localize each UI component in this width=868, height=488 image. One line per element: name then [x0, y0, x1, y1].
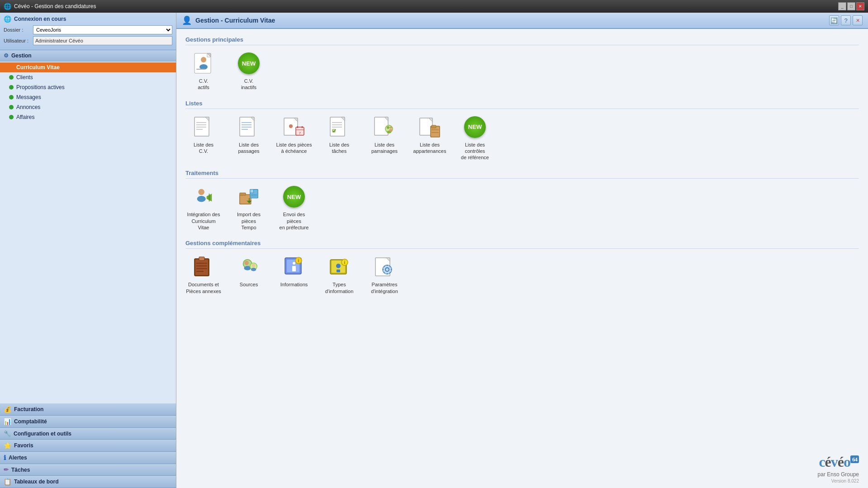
sources-icon-box [236, 254, 261, 280]
nav-alertes[interactable]: ℹ Alertes [0, 452, 176, 464]
svg-rect-33 [375, 117, 388, 135]
liste-taches-icon-box [327, 114, 352, 140]
nav-item-curriculum-vitae[interactable]: Curriculum Vitae [0, 62, 176, 72]
types-information-icon-box: i [327, 254, 352, 280]
dossier-label: Dossier : [4, 27, 33, 33]
liste-parrainages-icon-box [372, 114, 397, 140]
gestions-complementaires-title: Gestions complémentaires [185, 240, 859, 249]
nav-label-propositions: Propositions actives [16, 84, 65, 90]
liste-taches-item[interactable]: Liste destâches [321, 114, 357, 161]
svg-marker-53 [250, 190, 254, 193]
envoi-pieces-item[interactable]: NEW Envoi des piècesen préfecture [276, 184, 312, 231]
listes-icons: Liste desC.V. Liste despassages [185, 114, 859, 161]
parametres-integration-icon [374, 256, 395, 278]
tableaux-icon: 📋 [4, 478, 11, 485]
svg-point-73 [293, 262, 295, 265]
close-panel-button[interactable]: ✕ [853, 15, 863, 25]
nav-item-annonces[interactable]: Annonces [0, 102, 176, 112]
utilisateur-input[interactable] [33, 36, 172, 45]
nav-configuration[interactable]: 🔧 Configuration et outils [0, 428, 176, 440]
nav-facturation[interactable]: 💰 Facturation [0, 403, 176, 416]
alertes-icon: ℹ [4, 454, 6, 461]
sources-item[interactable]: Sources [231, 254, 267, 294]
listes-section: Listes Liste desC.V. [185, 100, 859, 161]
envoi-pieces-icon-box: NEW [281, 184, 307, 209]
svg-point-47 [197, 196, 206, 202]
gestion-section[interactable]: ⚙ Gestion [0, 50, 176, 62]
nav-label-annonces: Annonces [16, 104, 40, 110]
liste-appartenances-item[interactable]: Liste desappartenances [412, 114, 448, 161]
documents-pieces-icon [193, 256, 214, 278]
nav-tableaux[interactable]: 📋 Tableaux de bord [0, 476, 176, 488]
nav-label-messages: Messages [16, 94, 41, 100]
refresh-button[interactable]: 🔄 [829, 15, 839, 25]
types-information-item[interactable]: i Types d'information [321, 254, 357, 294]
traitements-title: Traitements [185, 170, 859, 179]
nav-dot-annonces [9, 105, 14, 109]
close-button[interactable]: ✕ [856, 2, 864, 10]
liste-cv-item[interactable]: Liste desC.V. [185, 114, 222, 161]
svg-rect-13 [240, 117, 254, 136]
nav-item-affaires[interactable]: Affaires [0, 112, 176, 122]
documents-pieces-item[interactable]: Documents etPièces annexes [185, 254, 222, 294]
liste-passages-item[interactable]: Liste despassages [231, 114, 267, 161]
traitements-icons: Intégration desCurriculum Vitae [185, 184, 859, 231]
listes-title: Listes [185, 100, 859, 109]
liste-pieces-echeance-icon-box: 7 [281, 114, 307, 140]
gestions-principales-title: Gestions principales [185, 36, 859, 45]
bottom-nav: 💰 Facturation 📊 Comptabilité 🔧 Configura… [0, 403, 176, 488]
bottom-branding: cévéo64 par Enso Groupe Version 8.022 [809, 449, 868, 488]
dossier-select[interactable]: CeveoJoris [33, 25, 172, 34]
import-pieces-item[interactable]: Import des piècesTempo [231, 184, 267, 231]
svg-rect-64 [199, 257, 204, 261]
import-pieces-label: Import des piècesTempo [231, 211, 267, 231]
svg-point-66 [244, 261, 249, 265]
nav-item-clients[interactable]: Clients [0, 72, 176, 82]
nav-item-messages[interactable]: Messages [0, 92, 176, 102]
nav-dot-affaires [9, 115, 14, 119]
nav-label-cv: Curriculum Vitae [16, 64, 60, 71]
svg-rect-43 [432, 125, 436, 128]
nav-favoris[interactable]: ⭐ Favoris [0, 440, 176, 452]
parametres-integration-item[interactable]: Paramètresd'intégration [366, 254, 403, 294]
liste-controles-new-badge: NEW [464, 116, 486, 138]
liste-parrainages-label: Liste desparrainages [371, 142, 398, 155]
minimize-button[interactable]: _ [838, 2, 846, 10]
types-information-icon: i [328, 256, 350, 278]
cv-inactifs-item[interactable]: NEW C.V.inactifs [231, 51, 267, 91]
svg-rect-80 [337, 270, 340, 272]
favoris-label: Favoris [14, 442, 33, 449]
nav-item-propositions[interactable]: Propositions actives [0, 82, 176, 92]
liste-cv-label: Liste desC.V. [194, 142, 213, 155]
liste-controles-icon-box: NEW [462, 114, 488, 140]
cv-actifs-icon-box [191, 51, 216, 76]
help-icon: ? [844, 17, 847, 24]
tableaux-label: Tableaux de bord [14, 479, 58, 485]
utilisateur-label: Utilisateur : [4, 38, 33, 43]
maximize-button[interactable]: □ [847, 2, 855, 10]
svg-rect-7 [194, 117, 209, 136]
informations-label: Informations [280, 281, 308, 288]
informations-item[interactable]: i Informations [276, 254, 312, 294]
header-icon: 👤 [182, 15, 192, 25]
left-panel: 🌐 Connexion en cours Dossier : CeveoJori… [0, 13, 176, 488]
nav-comptabilite[interactable]: 📊 Comptabilité [0, 416, 176, 428]
svg-point-26 [289, 124, 293, 128]
cv-inactifs-label: C.V.inactifs [241, 78, 256, 91]
liste-parrainages-item[interactable]: Liste desparrainages [366, 114, 403, 161]
nav-taches[interactable]: ✏ Tâches [0, 464, 176, 476]
liste-pieces-echeance-item[interactable]: 7 Liste des piècesà échéance [276, 114, 312, 161]
liste-passages-icon-box [236, 114, 261, 140]
svg-point-70 [251, 268, 256, 271]
integration-cv-label: Intégration desCurriculum Vitae [185, 211, 222, 231]
liste-pieces-echeance-icon: 7 [283, 116, 305, 138]
svg-rect-59 [195, 260, 208, 275]
gestion-icon: ⚙ [4, 52, 9, 59]
informations-icon-box: i [281, 254, 307, 280]
import-pieces-icon-box [236, 184, 261, 209]
help-button[interactable]: ? [841, 15, 851, 25]
integration-cv-item[interactable]: Intégration desCurriculum Vitae [185, 184, 222, 231]
cv-actifs-item[interactable]: C.V.actifs [185, 51, 222, 91]
alertes-label: Alertes [9, 455, 27, 461]
liste-controles-item[interactable]: NEW Liste des contrôlesde référence [457, 114, 493, 161]
